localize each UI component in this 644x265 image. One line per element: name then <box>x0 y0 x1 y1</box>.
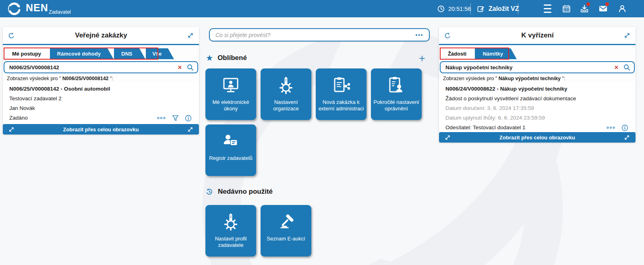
tab-namitky[interactable]: Námitky <box>475 48 517 59</box>
user-account-button[interactable] <box>618 0 627 17</box>
tab-me-postupy[interactable]: Mé postupy <box>4 48 50 59</box>
menu-button[interactable] <box>544 0 551 17</box>
filter-button[interactable] <box>172 115 179 122</box>
panel-title: K vyřízení <box>451 31 624 39</box>
expand-icon <box>187 32 194 39</box>
refresh-icon <box>444 32 451 39</box>
tile-nastaveni-organizace[interactable]: Nastavení organizace <box>261 68 311 120</box>
panel-header: Veřejné zakázky <box>3 27 199 44</box>
clear-search-button[interactable]: ✕ <box>178 64 182 70</box>
fullscreen-label: Zobrazit přes celou obrazovku <box>451 135 624 141</box>
request-search-input[interactable] <box>445 64 614 70</box>
right-panel-tabs: Žádosti Námitky <box>440 48 635 59</box>
tab-label: DNS <box>121 51 132 57</box>
tab-ramcove-dohody[interactable]: Rámcové dohody <box>50 48 114 59</box>
downloads-button[interactable] <box>580 0 589 17</box>
note-suffix: ": <box>561 76 565 81</box>
tile-label: Nová zakázka k externí administraci <box>316 99 367 112</box>
gear-building-icon <box>276 75 296 95</box>
tile-label: Nastavení organizace <box>261 99 311 112</box>
tab-zadosti[interactable]: Žádosti <box>440 48 474 59</box>
info-button[interactable] <box>185 115 192 122</box>
clipboard-share-icon <box>331 75 351 95</box>
expand-panel-button[interactable] <box>624 32 630 39</box>
expand-icon <box>624 135 630 141</box>
clear-search-button[interactable]: ✕ <box>614 64 619 70</box>
request-search-box: ✕ <box>440 61 635 73</box>
expand-icon <box>624 32 630 39</box>
expand-icon <box>187 126 193 132</box>
command-search-box <box>209 28 430 41</box>
tab-label: Námitky <box>483 51 503 57</box>
user-card-icon <box>221 131 240 151</box>
tile-registr-zadavatelu[interactable]: Registr zadavatelů <box>205 124 256 176</box>
note-query: Nákup výpočetní techniky <box>499 76 561 81</box>
note-prefix: Zobrazen výsledek pro " <box>7 76 62 81</box>
search-options-button[interactable] <box>415 33 423 37</box>
result-deadline-date: Datum uplynutí lhůty: 6. 6. 2024 23:59:5… <box>445 113 631 123</box>
clock-icon <box>437 5 445 13</box>
notification-badge <box>586 2 590 6</box>
tab-label: Žádosti <box>448 51 466 57</box>
tile-me-elektronicke-ukony[interactable]: Mé elektronické úkony <box>205 68 256 120</box>
note-suffix: ": <box>109 76 113 81</box>
messages-button[interactable] <box>598 0 608 17</box>
time-value: 20:51:56 <box>448 6 471 12</box>
more-options-button[interactable] <box>606 126 615 130</box>
public-contracts-panel: Veřejné zakázky Mé postupy Rámcové dohod… <box>3 27 199 135</box>
fullscreen-button[interactable]: Zobrazit přes celou obrazovku <box>3 124 199 135</box>
more-options-button[interactable] <box>157 116 166 120</box>
tile-label: Registr zadavatelů <box>207 155 255 161</box>
tile-label: Pokročilé nastavení oprávnění <box>371 99 422 112</box>
user-icon <box>618 4 627 13</box>
result-sender: Odesílatel: Testovací dodavatel 1 <box>445 123 526 132</box>
search-button[interactable] <box>187 64 194 71</box>
fullscreen-button[interactable]: Zobrazit přes celou obrazovku <box>439 132 636 143</box>
tile-label: Mé elektronické úkony <box>205 99 256 112</box>
expand-panel-button[interactable] <box>187 32 194 39</box>
add-favorite-button[interactable]: + <box>419 53 425 64</box>
refresh-button[interactable] <box>444 32 451 39</box>
contract-search-input[interactable] <box>9 64 178 70</box>
tile-pokrocile-nastaveni-opravneni[interactable]: Pokročilé nastavení oprávnění <box>371 68 422 120</box>
calendar-button[interactable] <box>562 0 571 17</box>
brand-module-label: Zadavatel <box>49 9 71 15</box>
info-icon <box>621 124 628 131</box>
result-subject: Žádost o poskytnutí vysvětlení zadávací … <box>445 94 631 104</box>
tab-label: Rámcové dohody <box>57 51 101 57</box>
ellipsis-icon <box>415 33 423 37</box>
history-icon <box>205 188 213 196</box>
tab-label: Mé postupy <box>12 51 41 57</box>
recent-header: Nedávno použité <box>205 188 273 196</box>
result-title: N006/24/V00008622 - Nákup výpočetní tech… <box>445 84 631 94</box>
result-person: Jan Novák <box>9 104 194 113</box>
tile-nastavit-profil-zadavatele[interactable]: Nastavit profil zadavatele <box>205 205 256 257</box>
tab-vse[interactable]: Vše <box>146 48 174 59</box>
favorites-header: ★ Oblíbené <box>206 54 247 62</box>
gear-building-icon <box>221 212 240 232</box>
fullscreen-label: Zobrazit přes celou obrazovku <box>14 126 187 132</box>
refresh-icon <box>8 32 15 39</box>
create-vz-button[interactable]: Založit VZ <box>477 0 519 17</box>
search-icon <box>187 64 194 71</box>
nen-logo[interactable] <box>6 1 22 17</box>
tab-dns[interactable]: DNS <box>114 48 145 59</box>
tile-seznam-e-aukci[interactable]: Seznam E-aukcí <box>261 205 311 257</box>
tile-label: Seznam E-aukcí <box>264 236 307 242</box>
expand-icon <box>445 135 451 141</box>
server-time: 20:51:56 <box>437 0 471 17</box>
command-search-input[interactable] <box>215 32 415 38</box>
info-button[interactable] <box>621 124 628 131</box>
contract-result-card[interactable]: N006/25/V00008142 - Osobní automobil Tes… <box>3 83 199 125</box>
request-result-card[interactable]: N006/24/V00008622 - Nákup výpočetní tech… <box>439 83 636 135</box>
tab-label: Vše <box>152 51 162 57</box>
note-prefix: Zobrazen výsledek pro " <box>443 76 499 81</box>
top-navigation-bar: NEN Zadavatel 20:51:56 Založit VZ <box>0 0 644 17</box>
result-title: N006/25/V00008142 - Osobní automobil <box>9 84 194 94</box>
search-button[interactable] <box>623 64 630 71</box>
result-count-note: Zobrazen výsledek pro " Nákup výpočetní … <box>439 73 636 83</box>
panel-header: K vyřízení <box>439 27 636 44</box>
refresh-button[interactable] <box>8 32 15 39</box>
note-query: N006/25/V00008142 <box>62 76 109 81</box>
tile-nova-zakazka-externi[interactable]: Nová zakázka k externí administraci <box>316 68 367 120</box>
